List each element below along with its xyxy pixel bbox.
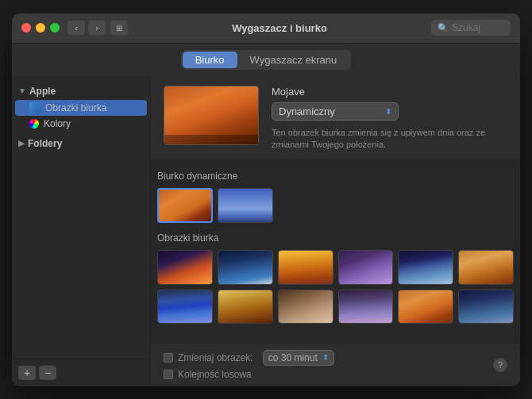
preview-info: Mojave Dynamiczny ⬍ Ten obrazek biurka z… (272, 86, 507, 152)
group-foldery-label: Foldery (28, 138, 62, 149)
sidebar-item-kolory-label: Kolory (44, 118, 71, 129)
forward-button[interactable]: › (88, 21, 106, 35)
sidebar: ▼ Apple Obrazki biurka Kolory ▶ Foldery (12, 76, 151, 386)
images-grid (157, 250, 514, 324)
style-dropdown[interactable]: Dynamiczny ⬍ (272, 102, 399, 121)
interval-value: co 30 minut (268, 352, 318, 363)
tab-wygaszacz[interactable]: Wygaszacz ekranu (237, 52, 350, 68)
dynamic-grid (157, 188, 514, 223)
thumb-7[interactable] (157, 290, 213, 324)
tabs-bar: Biurko Wygaszacz ekranu (12, 44, 520, 76)
tab-biurko[interactable]: Biurko (183, 52, 237, 68)
change-image-checkbox[interactable] (164, 353, 173, 363)
thumb-dynamic-1[interactable] (157, 188, 213, 223)
grid-button[interactable]: ⊞ (110, 21, 128, 35)
add-button[interactable]: + (18, 366, 36, 380)
thumb-12[interactable] (458, 290, 514, 324)
search-input[interactable] (452, 22, 507, 33)
sidebar-group-apple[interactable]: ▼ Apple (12, 82, 150, 100)
interval-dropdown[interactable]: co 30 minut ⬍ (263, 350, 334, 366)
thumb-5[interactable] (398, 250, 453, 285)
sidebar-item-obrazki-label: Obrazki biurka (45, 102, 106, 113)
preview-area: Mojave Dynamiczny ⬍ Ten obrazek biurka z… (151, 76, 520, 161)
nav-buttons: ‹ › (67, 21, 106, 35)
chevron-icon: ⬍ (385, 107, 391, 116)
preview-description: Ten obrazek biurka zmienia się z upływem… (272, 127, 507, 152)
images-icon (29, 102, 40, 113)
thumb-8[interactable] (218, 290, 273, 324)
gallery-area: Biurko dynamiczne Obrazki biurka (151, 160, 520, 342)
traffic-lights (21, 23, 60, 33)
thumb-6[interactable] (458, 250, 514, 285)
thumb-2[interactable] (218, 250, 273, 285)
tabs-container: Biurko Wygaszacz ekranu (181, 50, 352, 70)
thumb-11[interactable] (398, 290, 453, 324)
dropdown-value: Dynamiczny (279, 106, 335, 117)
colors-icon (29, 119, 39, 129)
change-image-row: Zmieniaj obrazek: co 30 minut ⬍ (164, 350, 334, 366)
preview-name: Mojave (272, 86, 507, 98)
remove-button[interactable]: − (39, 366, 56, 380)
maximize-button[interactable] (50, 23, 60, 33)
random-order-checkbox[interactable] (164, 370, 173, 379)
sidebar-item-kolory[interactable]: Kolory (12, 116, 150, 132)
thumb-9[interactable] (278, 290, 333, 324)
section-title-images: Obrazki biurka (157, 232, 514, 244)
search-icon: 🔍 (438, 23, 449, 33)
interval-chevron-icon: ⬍ (322, 353, 329, 362)
desktop-preview (164, 86, 259, 145)
thumb-10[interactable] (338, 290, 394, 324)
close-button[interactable] (21, 23, 31, 33)
section-title-dynamic: Biurko dynamiczne (157, 171, 514, 182)
help-button[interactable]: ? (493, 358, 507, 372)
thumb-1[interactable] (157, 250, 213, 285)
minimize-button[interactable] (36, 23, 45, 33)
search-box[interactable]: 🔍 (431, 20, 511, 36)
main-panel: Mojave Dynamiczny ⬍ Ten obrazek biurka z… (151, 76, 520, 386)
content-area: ▼ Apple Obrazki biurka Kolory ▶ Foldery (12, 76, 520, 386)
sidebar-content: ▼ Apple Obrazki biurka Kolory ▶ Foldery (12, 76, 150, 359)
sidebar-item-obrazki[interactable]: Obrazki biurka (15, 100, 147, 116)
thumb-dynamic-2[interactable] (218, 188, 273, 223)
triangle-icon: ▼ (18, 86, 26, 95)
group-apple-label: Apple (29, 86, 56, 97)
sidebar-group-foldery[interactable]: ▶ Foldery (12, 135, 150, 152)
back-button[interactable]: ‹ (67, 21, 85, 35)
main-window: ‹ › ⊞ Wygaszacz i biurko 🔍 Biurko Wygasz… (12, 13, 520, 386)
triangle-foldery-icon: ▶ (18, 139, 25, 148)
thumb-3[interactable] (278, 250, 333, 285)
window-title: Wygaszacz i biurko (128, 22, 431, 34)
thumb-4[interactable] (338, 250, 394, 285)
bottom-checkboxes: Zmieniaj obrazek: co 30 minut ⬍ Kolejnoś… (164, 350, 334, 380)
titlebar: ‹ › ⊞ Wygaszacz i biurko 🔍 (12, 13, 520, 44)
dropdown-row: Dynamiczny ⬍ (272, 102, 507, 121)
random-order-label: Kolejność losowa (178, 369, 252, 380)
random-order-row: Kolejność losowa (164, 369, 334, 380)
bottom-bar: Zmieniaj obrazek: co 30 minut ⬍ Kolejnoś… (151, 343, 520, 386)
sidebar-footer: + − (12, 359, 150, 386)
change-image-label: Zmieniaj obrazek: (178, 352, 253, 363)
